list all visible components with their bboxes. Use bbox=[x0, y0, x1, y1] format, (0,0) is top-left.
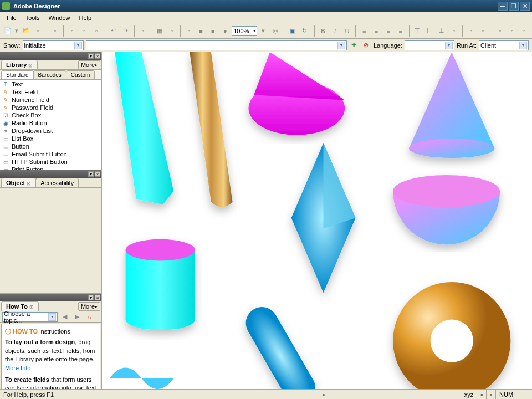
runat-combo[interactable]: Client▾ bbox=[479, 40, 529, 50]
align-center-button[interactable]: ≡ bbox=[371, 25, 382, 37]
library-item[interactable]: ✎Numeric Field bbox=[0, 96, 101, 104]
cancel-script-button[interactable]: ⊘ bbox=[361, 40, 371, 50]
status-num: NUM bbox=[495, 390, 529, 399]
howto-more-button[interactable]: More ▸ bbox=[78, 302, 100, 311]
library-item[interactable]: ▾Drop-down List bbox=[0, 127, 101, 135]
panel-close-icon[interactable]: × bbox=[95, 295, 100, 300]
object-tab[interactable]: Object⊠ bbox=[1, 178, 36, 187]
topic-combo[interactable]: Choose a topic...▾ bbox=[2, 312, 58, 322]
new-button[interactable]: 📄 bbox=[2, 25, 13, 37]
app-logo-icon bbox=[2, 2, 10, 10]
panel-menu-icon[interactable]: ▾ bbox=[88, 171, 94, 177]
cut-button[interactable]: ▫ bbox=[66, 25, 78, 37]
ruler-button[interactable]: ▫ bbox=[166, 25, 177, 37]
minimize-button[interactable]: ─ bbox=[498, 2, 508, 11]
align-right-button[interactable]: ≡ bbox=[383, 25, 394, 37]
library-panel-head[interactable]: ▾ × bbox=[0, 52, 101, 60]
valign-bot-button[interactable]: ⊥ bbox=[436, 25, 447, 37]
menu-help[interactable]: Help bbox=[75, 13, 96, 22]
forward-icon[interactable]: ▶ bbox=[72, 312, 82, 322]
redo-button[interactable]: ↷ bbox=[120, 25, 131, 37]
library-item[interactable]: ▭Button bbox=[0, 142, 101, 150]
subtab-barcodes[interactable]: Barcodes bbox=[33, 70, 66, 79]
undo-button[interactable]: ↶ bbox=[108, 25, 119, 37]
library-item[interactable]: ✎Text Field bbox=[0, 88, 101, 96]
bold-button[interactable]: B bbox=[318, 25, 329, 37]
menu-file[interactable]: File bbox=[2, 13, 21, 22]
print-button[interactable]: ▫ bbox=[50, 25, 61, 37]
library-item[interactable]: ✎Password Field bbox=[0, 104, 101, 111]
panel-close-icon[interactable]: × bbox=[95, 53, 100, 59]
library-item[interactable]: ▭HTTP Submit Button bbox=[0, 158, 101, 166]
howto-tab[interactable]: How To⊠ bbox=[1, 301, 39, 311]
tool-button[interactable]: ▫ bbox=[137, 25, 148, 37]
back-button[interactable]: ▫ bbox=[507, 25, 518, 37]
group-button[interactable]: ▫ bbox=[466, 25, 477, 37]
library-item[interactable]: TText bbox=[0, 80, 101, 88]
close-button[interactable]: ✕ bbox=[520, 2, 530, 11]
object-panel-head[interactable]: ▾ × bbox=[0, 170, 101, 178]
library-more-button[interactable]: More ▸ bbox=[78, 60, 100, 69]
status-xyz-icon: xyz bbox=[461, 390, 477, 399]
subtab-custom[interactable]: Custom bbox=[66, 70, 95, 79]
underline-button[interactable]: U bbox=[341, 25, 352, 37]
subtab-standard[interactable]: Standard bbox=[1, 70, 34, 79]
add-script-button[interactable]: ✚ bbox=[349, 40, 359, 50]
show-combo[interactable]: initialize▾ bbox=[23, 40, 84, 50]
show-label: Show: bbox=[3, 42, 21, 49]
howto-content: ⓘ HOW TO instructions To lay out a form … bbox=[1, 324, 100, 389]
play-button[interactable]: ■ bbox=[208, 25, 219, 37]
lib-item-label: Button bbox=[12, 143, 29, 150]
panel-close-icon[interactable]: × bbox=[95, 171, 100, 177]
lib-item-label: HTTP Submit Button bbox=[12, 158, 68, 165]
italic-button[interactable]: I bbox=[330, 25, 341, 37]
align-justify-button[interactable]: ≡ bbox=[395, 25, 406, 37]
library-list[interactable]: TText✎Text Field✎Numeric Field✎Password … bbox=[0, 80, 101, 170]
howto-panel-head[interactable]: ▾ × bbox=[0, 294, 101, 301]
front-button[interactable]: ▫ bbox=[494, 25, 505, 37]
zoom-combo[interactable]: 100%▾ bbox=[232, 26, 257, 36]
more-info-link[interactable]: More Info bbox=[5, 365, 30, 371]
home-icon[interactable]: ⌂ bbox=[84, 312, 94, 322]
accessibility-tab[interactable]: Accessibility bbox=[35, 178, 79, 187]
zoom-arrow-icon[interactable]: ▾ bbox=[258, 25, 269, 37]
library-item[interactable]: ☑Check Box bbox=[0, 111, 101, 119]
align-left-button[interactable]: ≡ bbox=[359, 25, 370, 37]
page-button[interactable]: ▫ bbox=[183, 25, 195, 37]
panel-menu-icon[interactable]: ▾ bbox=[88, 295, 94, 300]
preview-button[interactable]: ▣ bbox=[287, 25, 298, 37]
language-label: Language: bbox=[374, 42, 402, 49]
back-icon[interactable]: ◀ bbox=[60, 312, 70, 322]
forward-button[interactable]: ▫ bbox=[519, 25, 530, 37]
lib-item-label: Text bbox=[12, 81, 23, 88]
lib-item-icon: ▾ bbox=[2, 127, 9, 134]
library-tab[interactable]: Library⊠ bbox=[1, 60, 38, 69]
panel-menu-icon[interactable]: ▾ bbox=[88, 53, 94, 59]
target-button[interactable]: ◎ bbox=[270, 25, 281, 37]
library-item[interactable]: ▭Email Submit Button bbox=[0, 150, 101, 158]
tool-dropdown-icon[interactable]: ▾ bbox=[14, 25, 19, 37]
menu-tools[interactable]: Tools bbox=[21, 13, 44, 22]
library-item[interactable]: ▭List Box bbox=[0, 135, 101, 142]
paste-button[interactable]: ▫ bbox=[91, 25, 102, 37]
open-button[interactable]: 📂 bbox=[21, 25, 32, 37]
record-button[interactable]: ● bbox=[219, 25, 231, 37]
lib-item-label: Drop-down List bbox=[12, 127, 53, 134]
valign-mid-button[interactable]: ⊢ bbox=[424, 25, 435, 37]
refresh-button[interactable]: ↻ bbox=[299, 25, 310, 37]
language-combo[interactable]: ▾ bbox=[405, 40, 454, 50]
design-canvas[interactable] bbox=[102, 52, 532, 389]
distribute-button[interactable]: ▫ bbox=[448, 25, 459, 37]
library-item[interactable]: ▭Print Button bbox=[0, 166, 101, 170]
shape-blue-tube bbox=[240, 301, 321, 389]
stop-button[interactable]: ■ bbox=[196, 25, 207, 37]
grid-button[interactable]: ▦ bbox=[154, 25, 165, 37]
ungroup-button[interactable]: ▫ bbox=[478, 25, 489, 37]
library-item[interactable]: ◉Radio Button bbox=[0, 119, 101, 127]
copy-button[interactable]: ▫ bbox=[79, 25, 90, 37]
script-input[interactable]: ▾ bbox=[86, 40, 347, 50]
save-button[interactable]: ▫ bbox=[33, 25, 44, 37]
valign-top-button[interactable]: ⊤ bbox=[412, 25, 423, 37]
menu-window[interactable]: Window bbox=[44, 13, 74, 22]
restore-button[interactable]: ❐ bbox=[509, 2, 519, 11]
